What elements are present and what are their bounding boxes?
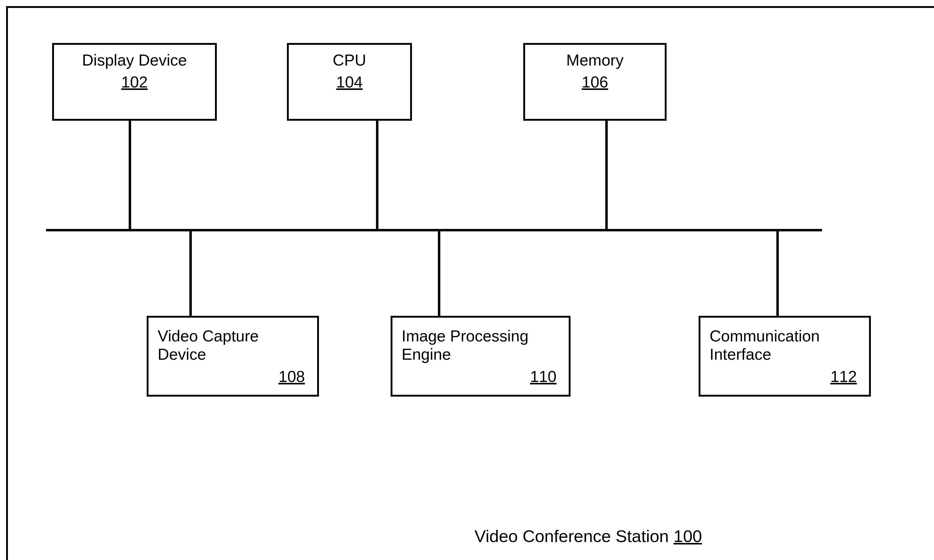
memory-box: Memory 106	[523, 43, 666, 121]
communication-label: Communication Interface	[709, 327, 837, 363]
connector-memory	[605, 121, 608, 229]
display-device-label: Display Device	[60, 51, 209, 69]
diagram-caption: Video Conference Station 100	[474, 526, 702, 546]
connector-display-device	[129, 121, 131, 229]
communication-ref: 112	[830, 367, 857, 386]
connector-image-processing	[438, 231, 440, 317]
caption-ref: 100	[674, 526, 702, 546]
cpu-ref: 104	[336, 73, 363, 91]
memory-label: Memory	[531, 51, 659, 69]
connector-cpu	[376, 121, 379, 229]
display-device-ref: 102	[122, 73, 148, 91]
video-capture-box: Video Capture Device 108	[147, 316, 319, 397]
bus-horizontal	[46, 229, 822, 231]
memory-ref: 106	[582, 73, 608, 91]
display-device-box: Display Device 102	[52, 43, 217, 121]
image-processing-box: Image Processing Engine 110	[391, 316, 571, 397]
caption-label: Video Conference Station	[474, 526, 669, 546]
video-conference-station-diagram: Display Device 102 CPU 104 Memory 106 Vi…	[6, 6, 934, 560]
communication-box: Communication Interface 112	[699, 316, 871, 397]
image-processing-ref: 110	[530, 367, 557, 386]
video-capture-label: Video Capture Device	[158, 327, 263, 363]
connector-communication	[776, 231, 779, 317]
video-capture-ref: 108	[279, 367, 305, 386]
connector-video-capture	[189, 231, 192, 317]
cpu-label: CPU	[295, 51, 404, 69]
image-processing-label: Image Processing Engine	[402, 327, 536, 363]
cpu-box: CPU 104	[287, 43, 412, 121]
